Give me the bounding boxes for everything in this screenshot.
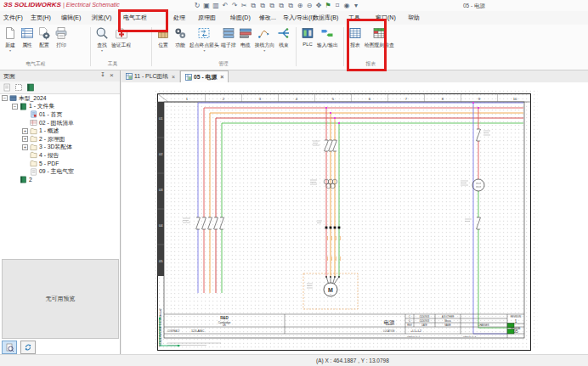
pages-panel-title: 页面: [3, 72, 15, 81]
menu-item-7[interactable]: 原理图: [198, 14, 216, 22]
menu-item-8[interactable]: 绘图(D): [230, 14, 251, 22]
origin-destination-arrow-icon: [197, 26, 211, 40]
expand-icon[interactable]: +: [22, 144, 28, 150]
dropdown-caret-icon[interactable]: ▾: [101, 49, 103, 52]
close-icon[interactable]: ×: [110, 71, 114, 79]
rev-cell: 2024/9/18: [420, 319, 430, 323]
duplicate-icon[interactable]: ⧉: [278, 2, 285, 10]
tree-item-9[interactable]: 5 - PDF: [0, 160, 120, 168]
row-label: 05: [159, 259, 163, 263]
ribbon-group-3: 位置功能起点终点箭头▾端子排电缆接线方向▾线束管理: [155, 25, 292, 70]
ribbon-button-wiring-direction[interactable]: 接线方向▾: [254, 25, 275, 52]
redo-icon[interactable]: ↷: [231, 2, 238, 10]
configuration-icon: [37, 26, 51, 40]
tree-item-2[interactable]: −1 - 文件集: [0, 103, 120, 111]
dropdown-icon[interactable]: ▾: [353, 2, 359, 10]
menu-item-6[interactable]: 处理: [173, 14, 185, 22]
tree-item-3[interactable]: 01 - 首页: [0, 110, 120, 119]
ribbon-button-find[interactable]: 查找▾: [93, 25, 110, 52]
undo-icon[interactable]: ↶: [222, 2, 229, 10]
sheet-icon: [185, 74, 192, 81]
zoom-out-icon[interactable]: ⊖: [306, 2, 313, 10]
tree-item-7[interactable]: +3 - 3D装配体: [0, 144, 120, 152]
motor-sub-label: ~: [330, 293, 331, 296]
menu-item-10[interactable]: 导入/导出(I): [283, 14, 314, 22]
zoom-in-icon[interactable]: ⊕: [297, 2, 303, 10]
clipboard-icon[interactable]: ⧉: [287, 2, 294, 10]
expand-icon[interactable]: +: [22, 136, 28, 142]
drawing-canvas[interactable]: 12345678910 0102030405: [122, 82, 588, 354]
menu-item-3[interactable]: 编辑(E): [61, 14, 81, 22]
ribbon-button-terminal-strip[interactable]: 端子排: [220, 25, 237, 49]
ribbon-button-function[interactable]: 功能: [172, 25, 189, 49]
tree-item-label: 1 - 文件集: [29, 102, 54, 110]
menu-item-2[interactable]: 主页(H): [31, 14, 51, 22]
ribbon-button-origin-destination-arrow[interactable]: 起点终点箭头▾: [189, 25, 220, 52]
page-icon[interactable]: [3, 83, 11, 92]
dropdown-caret-icon[interactable]: ▾: [203, 49, 205, 52]
tree-item-1[interactable]: −本型_2024: [0, 94, 120, 103]
menu-item-4[interactable]: 浏览(V): [92, 14, 111, 22]
ribbon-button-inputs-outputs[interactable]: 输入/输出: [316, 25, 339, 49]
ribbon-button-configuration[interactable]: 配置: [36, 25, 53, 49]
annotation-box-electrical-project-menu: [118, 9, 168, 32]
refresh-icon[interactable]: ↻: [194, 2, 201, 10]
ribbon-button-print[interactable]: 打印: [53, 25, 70, 49]
ribbon-button-plc[interactable]: PLC: [299, 25, 316, 47]
quick-access-toolbar: ↻▣▥↶↷✂⧉⧉⧉⧉⧉⊕⊖✥⚑⌑◉▾: [194, 1, 359, 10]
new-document-icon: [3, 26, 17, 40]
refresh-preview-button[interactable]: [20, 341, 36, 354]
collapse-icon[interactable]: −: [12, 104, 18, 110]
column-number: 3: [259, 97, 262, 101]
column-number: 5: [332, 97, 335, 101]
menu-bar: 文件(F)主页(H)编辑(E)浏览(V)电气工程处理原理图绘图(D)修改...导…: [0, 11, 588, 25]
tree-item-label: 本型_2024: [19, 94, 47, 103]
copy-icon[interactable]: ⧉: [250, 2, 257, 10]
book-icon[interactable]: [26, 83, 35, 92]
dropdown-caret-icon[interactable]: ▾: [9, 49, 11, 52]
motor-label: M: [328, 287, 333, 293]
frame-icon[interactable]: [14, 83, 23, 92]
help-icon[interactable]: ◉: [343, 2, 350, 10]
flag-icon[interactable]: ⚑: [325, 2, 331, 10]
preview-toggle-button[interactable]: [2, 341, 17, 354]
logo-product: | Electrical Schematic: [63, 2, 120, 8]
pan-icon[interactable]: ✥: [315, 2, 322, 10]
pages-panel-toolbar: [0, 82, 120, 94]
paste-icon[interactable]: ⧉: [259, 2, 266, 10]
menu-item-14[interactable]: 帮助: [408, 14, 420, 22]
menu-item-9[interactable]: 修改...: [259, 14, 276, 22]
tree-item-6[interactable]: +2 - 原理图: [0, 135, 120, 144]
menu-item-1[interactable]: 文件(F): [3, 14, 23, 22]
print-icon[interactable]: ▥: [212, 2, 219, 10]
company-country: UK: [223, 324, 226, 327]
logo-mark: ЗS: [3, 1, 12, 8]
ribbon-button-harness[interactable]: 线束: [275, 25, 292, 49]
tree-item-8[interactable]: 4 - 报告: [0, 151, 120, 160]
document-tab-2[interactable]: 05 - 电源×: [180, 70, 229, 82]
document-tab-1[interactable]: 11 - PLC图纸×: [122, 70, 180, 82]
ribbon-button-label: 线束: [279, 42, 289, 49]
ribbon-group-label: 管理: [155, 60, 292, 68]
tab-close-icon[interactable]: ×: [220, 74, 223, 80]
tree-item-11[interactable]: 2: [0, 176, 120, 184]
tree-item-10[interactable]: 09 - 主电气室: [0, 167, 120, 176]
tab-close-icon[interactable]: ×: [172, 74, 175, 80]
dropdown-caret-icon[interactable]: ▾: [263, 49, 265, 52]
zoom-window-icon[interactable]: ⌑: [334, 2, 341, 10]
save-icon[interactable]: ▣: [203, 2, 210, 10]
ribbon-button-properties[interactable]: 属性: [19, 25, 36, 49]
ribbon-group-separator: [343, 27, 344, 66]
ribbon-button-new-document[interactable]: 新建▾: [2, 25, 19, 52]
tree-item-4[interactable]: 02 - 图纸清单: [0, 119, 120, 127]
page-blue-icon: [30, 110, 37, 118]
paste-special-icon[interactable]: ⧉: [269, 2, 275, 10]
ribbon-group-1: 新建▾属性配置打印电气工程: [2, 25, 70, 70]
pin-icon[interactable]: ↧: [100, 71, 105, 78]
cut-icon[interactable]: ✂: [240, 2, 247, 10]
menu-item-11[interactable]: 数据库(B): [313, 14, 338, 22]
collapse-icon[interactable]: −: [2, 95, 8, 101]
expand-icon[interactable]: +: [22, 128, 28, 134]
ribbon-button-cable[interactable]: 电缆: [237, 25, 254, 49]
tree-item-5[interactable]: +1 - 概述: [0, 127, 120, 135]
